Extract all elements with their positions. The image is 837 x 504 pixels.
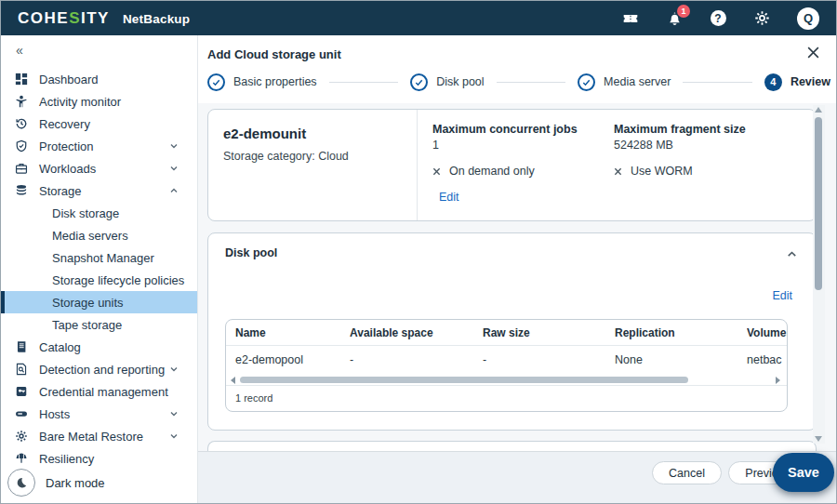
summary-edit-link[interactable]: Edit — [439, 191, 459, 204]
use-worm-flag: Use WORM — [614, 165, 795, 178]
cell-raw-size: - — [483, 353, 615, 366]
moon-icon — [7, 469, 35, 497]
resiliency-dome-icon — [14, 451, 29, 466]
notification-badge: 1 — [677, 5, 690, 18]
help-icon[interactable]: ? — [710, 10, 726, 27]
sidebar-item-dashboard[interactable]: Dashboard — [1, 68, 197, 90]
credential-key-icon — [14, 384, 29, 399]
summary-card: e2-demounit Storage category: Cloud Maxi… — [207, 109, 817, 221]
recovery-history-icon — [14, 116, 29, 131]
step-number-badge: 4 — [764, 73, 782, 91]
column-header-replication: Replication — [615, 326, 747, 339]
wizard-header: Add Cloud storage unit Basic properties … — [198, 35, 836, 103]
sidebar-item-tape-storage[interactable]: Tape storage — [1, 313, 197, 336]
review-content: e2-demounit Storage category: Cloud Maxi… — [198, 103, 836, 451]
cancel-button[interactable]: Cancel — [652, 461, 722, 484]
step-review[interactable]: 4 Review — [764, 73, 830, 91]
bmr-gear-icon — [14, 429, 29, 444]
catalog-book-icon — [14, 339, 29, 354]
column-header-name: Name — [226, 326, 350, 339]
step-basic-properties[interactable]: Basic properties — [207, 73, 317, 91]
horizontal-scrollbar — [226, 374, 787, 386]
storage-category: Storage category: Cloud — [223, 150, 402, 163]
scroll-down-arrow-icon[interactable] — [815, 436, 822, 442]
sidebar-item-activity-monitor[interactable]: Activity monitor — [1, 90, 197, 113]
scroll-up-arrow-icon[interactable] — [815, 107, 822, 113]
notifications-bell-icon[interactable]: 1 — [666, 10, 683, 27]
on-demand-only-flag: On demand only — [432, 165, 614, 178]
wizard-footer: Cancel Previous Save — [198, 451, 836, 503]
x-icon — [614, 167, 622, 176]
disk-pool-edit-link[interactable]: Edit — [772, 289, 792, 302]
brand-wordmark: COHESITY — [18, 9, 110, 28]
sidebar-item-catalog[interactable]: Catalog — [1, 336, 197, 358]
cell-volumes: netbac — [747, 353, 787, 366]
brand-accent-letter: S — [69, 9, 81, 27]
license-ticket-icon[interactable] — [622, 10, 639, 27]
user-avatar[interactable]: Q — [797, 7, 819, 30]
sidebar-collapse-button[interactable]: « — [1, 35, 197, 63]
collapse-chevrons-icon: « — [16, 43, 23, 58]
step-disk-pool[interactable]: Disk pool — [410, 73, 484, 91]
sidebar-item-workloads[interactable]: Workloads — [1, 157, 197, 179]
sidebar-item-snapshot-manager[interactable]: Snapshot Manager — [1, 246, 197, 269]
dark-mode-toggle[interactable]: Dark mode — [7, 469, 105, 497]
summary-card-right: Maximum concurrent jobs 1 Maximum fragme… — [418, 110, 816, 220]
cell-replication: None — [615, 353, 747, 366]
topbar-actions: 1 ? Q — [622, 7, 819, 30]
scroll-right-arrow-icon[interactable] — [776, 377, 780, 384]
sidebar-item-resiliency[interactable]: Resiliency — [1, 447, 197, 470]
sidebar-nav: Dashboard Activity monitor Recovery Prot… — [1, 68, 197, 470]
cell-available-space: - — [350, 353, 483, 366]
chevron-up-icon — [169, 186, 179, 195]
disk-pool-section-title: Disk pool — [225, 246, 799, 259]
step-complete-check-icon — [578, 73, 595, 91]
storage-stack-icon — [14, 183, 29, 198]
x-icon — [432, 167, 441, 176]
sidebar-item-hosts[interactable]: Hosts — [1, 403, 197, 425]
max-fragment-size-field: Maximum fragment size 524288 MB — [614, 123, 795, 152]
sidebar-item-bare-metal-restore[interactable]: Bare Metal Restore — [1, 425, 197, 447]
sidebar-item-storage[interactable]: Storage — [1, 179, 197, 202]
vertical-scrollbar — [813, 105, 825, 444]
save-button[interactable]: Save — [773, 453, 834, 492]
vertical-scrollbar-thumb[interactable] — [815, 117, 822, 290]
sidebar-item-credential-management[interactable]: Credential management — [1, 380, 197, 403]
max-concurrent-jobs-field: Maximum concurrent jobs 1 — [432, 123, 614, 152]
table-row[interactable]: e2-demopool - - None netbac — [226, 346, 787, 374]
page-title: Add Cloud storage unit — [207, 47, 341, 61]
protection-shield-icon — [14, 139, 29, 153]
sidebar-item-recovery[interactable]: Recovery — [1, 113, 197, 135]
step-connector — [497, 82, 566, 83]
summary-card-left: e2-demounit Storage category: Cloud — [208, 110, 418, 220]
report-magnifier-icon — [14, 362, 29, 377]
sidebar-item-media-servers[interactable]: Media servers — [1, 224, 197, 246]
next-section-card-partial — [207, 441, 817, 451]
sidebar-item-storage-units[interactable]: Storage units — [1, 291, 197, 313]
horizontal-scrollbar-thumb[interactable] — [240, 377, 688, 383]
sidebar-item-storage-lifecycle-policies[interactable]: Storage lifecycle policies — [1, 269, 197, 291]
topbar: COHESITY NetBackup 1 ? Q — [1, 1, 836, 35]
sidebar-item-detection-and-reporting[interactable]: Detection and reporting — [1, 358, 197, 380]
chevron-down-icon — [169, 141, 179, 151]
close-icon[interactable] — [806, 46, 821, 60]
record-count: 1 record — [226, 386, 787, 411]
chevron-down-icon — [169, 409, 179, 418]
column-header-raw-size: Raw size — [483, 326, 615, 339]
cohesity-logo: COHESITY NetBackup — [18, 9, 190, 28]
settings-gear-icon[interactable] — [753, 10, 770, 27]
column-header-volumes: Volumes — [747, 326, 787, 339]
sidebar-item-protection[interactable]: Protection — [1, 135, 197, 157]
main-panel: Add Cloud storage unit Basic properties … — [198, 35, 836, 503]
disk-pool-table: Name Available space Raw size Replicatio… — [225, 319, 788, 412]
collapse-section-chevron-icon[interactable] — [787, 246, 797, 263]
step-complete-check-icon — [207, 73, 225, 91]
storage-unit-name: e2-demounit — [223, 126, 402, 141]
step-connector — [329, 82, 399, 83]
sidebar-item-disk-storage[interactable]: Disk storage — [1, 202, 197, 224]
scroll-left-arrow-icon[interactable] — [231, 377, 235, 384]
wizard-stepper: Basic properties Disk pool Media server — [207, 71, 830, 93]
hosts-server-icon — [14, 406, 29, 421]
workloads-briefcase-icon — [14, 161, 29, 176]
step-media-server[interactable]: Media server — [578, 73, 671, 91]
